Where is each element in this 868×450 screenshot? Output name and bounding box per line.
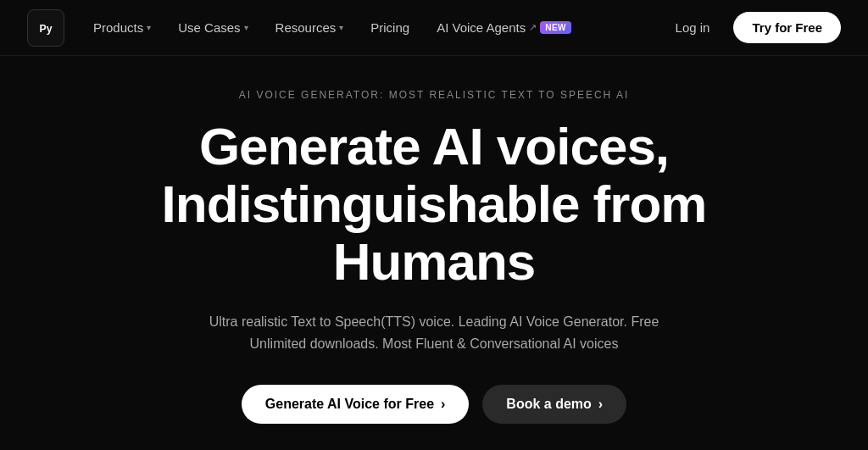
nav-links: Products ▾ Use Cases ▾ Resources ▾ Prici… [81, 14, 583, 42]
svg-text:Py: Py [40, 23, 53, 35]
nav-item-ai-voice-agents[interactable]: AI Voice Agents ↗ NEW [425, 14, 583, 42]
book-demo-button[interactable]: Book a demo › [482, 385, 626, 424]
nav-label-products: Products [93, 20, 143, 35]
login-button[interactable]: Log in [665, 14, 721, 42]
hero-subtitle: Ultra realistic Text to Speech(TTS) voic… [197, 311, 671, 354]
nav-label-use-cases: Use Cases [178, 20, 240, 35]
nav-item-products[interactable]: Products ▾ [81, 14, 163, 42]
nav-label-resources: Resources [275, 20, 337, 35]
nav-item-resources[interactable]: Resources ▾ [264, 14, 356, 42]
chevron-down-icon: ▾ [339, 23, 343, 32]
try-for-free-button[interactable]: Try for Free [733, 12, 841, 43]
nav-right: Log in Try for Free [665, 12, 841, 43]
nav-left: Py Products ▾ Use Cases ▾ Resources ▾ Pr… [27, 9, 583, 47]
generate-voice-button[interactable]: Generate AI Voice for Free › [242, 385, 470, 424]
hero-title: Generate AI voices, Indistinguishable fr… [95, 118, 773, 292]
logo[interactable]: Py [27, 9, 64, 47]
nav-label-ai-voice-agents: AI Voice Agents [437, 20, 526, 35]
nav-label-pricing: Pricing [370, 20, 409, 35]
chevron-down-icon: ▾ [244, 23, 248, 32]
external-link-icon: ↗ [529, 22, 537, 33]
new-badge: NEW [540, 21, 571, 34]
navbar: Py Products ▾ Use Cases ▾ Resources ▾ Pr… [0, 0, 868, 56]
chevron-down-icon: ▾ [147, 23, 151, 32]
nav-item-pricing[interactable]: Pricing [359, 14, 421, 42]
hero-label: AI VOICE GENERATOR: MOST REALISTIC TEXT … [239, 89, 630, 101]
nav-item-use-cases[interactable]: Use Cases ▾ [166, 14, 259, 42]
hero-section: AI VOICE GENERATOR: MOST REALISTIC TEXT … [0, 56, 868, 450]
arrow-right-icon: › [598, 397, 603, 412]
arrow-right-icon: › [441, 397, 445, 412]
hero-buttons: Generate AI Voice for Free › Book a demo… [242, 385, 626, 424]
